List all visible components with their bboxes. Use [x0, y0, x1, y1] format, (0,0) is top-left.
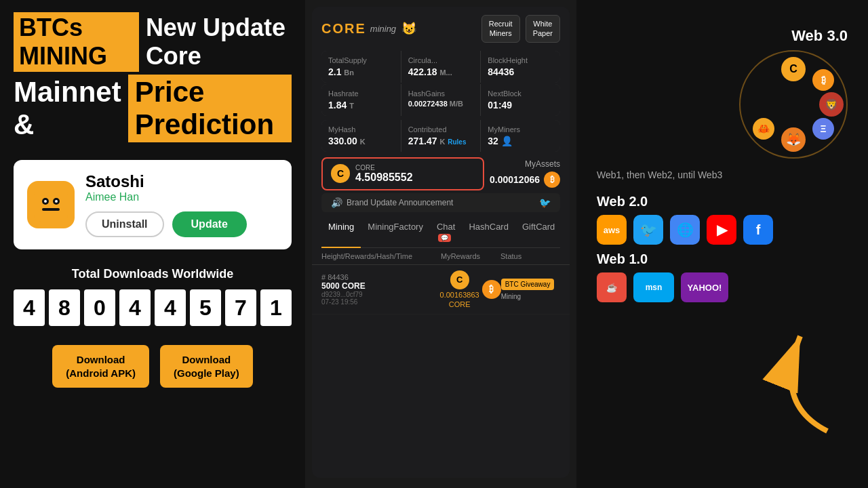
right-section: Web 3.0 C 🦁 ₿ Ξ 🦊 🦀 Web1, then Web2, unt… [576, 0, 868, 488]
update-button[interactable]: Update [172, 211, 247, 237]
aws-icon: aws [597, 215, 627, 245]
myminers-value: 32 👤 [488, 136, 553, 146]
uninstall-button[interactable]: Uninstall [85, 211, 164, 237]
youtube-icon: ▶ [707, 215, 736, 245]
mainnet-text: Mainnet & [14, 76, 121, 141]
core-balance-label: CORE [355, 164, 475, 171]
twitter-service-icon: 🐦 [633, 215, 663, 245]
hashgains-cell: HashGains 0.00272438 M/B [401, 84, 481, 116]
msn-icon: msn [633, 272, 674, 302]
tab-giftcard[interactable]: GiftCard [515, 216, 561, 247]
nextblock-cell: NextBlock 01:49 [481, 84, 560, 116]
transaction-row: # 84436 5000 CORE d9239...0cf79 07-23 19… [312, 265, 570, 314]
myminers-label: MyMiners [488, 125, 553, 134]
price-prediction-highlight: Price Prediction [128, 75, 292, 142]
chrome-icon: 🌐 [670, 215, 700, 245]
nextblock-value: 01:49 [488, 100, 553, 110]
svg-rect-0 [34, 188, 68, 222]
core-balance-value: 4.50985552 [355, 171, 475, 184]
contributed-cell: Contributed 271.47 K Rules [401, 120, 481, 152]
app-author: Aimee Han [85, 191, 278, 203]
btcs-mining-highlight: BTCs MINING [14, 12, 139, 72]
bitcoin-web3-icon: ₿ [812, 69, 834, 91]
myhash-label: MyHash [328, 125, 394, 134]
contributed-label: Contributed [408, 125, 474, 134]
header-buttons: RecruitMiners WhitePaper [481, 15, 560, 43]
tab-miningfactory[interactable]: MiningFactory [361, 216, 430, 247]
hashrate-value: 1.84 T [328, 100, 394, 110]
myhash-value: 330.00 K [328, 136, 394, 146]
digit-6: 7 [225, 289, 256, 326]
announcement-bar: 🔊 Brand Update Announcement 🐦 [321, 193, 560, 212]
announcement-text: Brand Update Announcement [347, 198, 539, 207]
my-stats-grid: MyHash 330.00 K Contributed 271.47 K Rul… [321, 120, 560, 152]
title-rest: New Update Core [146, 14, 292, 70]
tab-chat[interactable]: Chat 💬 [430, 216, 462, 247]
web3-title: Web 3.0 [597, 27, 848, 45]
tx-btc-icon: ₿ [482, 280, 501, 299]
twitter-icon: 🐦 [539, 197, 551, 208]
tx-left: # 84436 5000 CORE d9239...0cf79 07-23 19… [321, 273, 440, 306]
download-google-button[interactable]: Download(Google Play) [160, 345, 253, 388]
tx-icons: C 0.00163863 CORE ₿ [440, 270, 501, 308]
total-supply-label: TotalSupply [328, 56, 394, 64]
downloads-digits: 4 8 0 4 4 5 7 1 [14, 289, 292, 326]
btc-icon: ₿ [544, 171, 560, 188]
myhash-cell: MyHash 330.00 K [321, 120, 401, 152]
downloads-section: Total Downloads Worldwide 4 8 0 4 4 5 7 … [0, 260, 305, 333]
core-balance-info: CORE 4.50985552 [355, 164, 475, 184]
brave-icon: 🦁 [819, 92, 844, 117]
web1-icons: ☕ msn YAHOO! [597, 272, 848, 302]
hashrate-cell: Hashrate 1.84 T [321, 84, 401, 116]
tab-hashcard[interactable]: HashCard [462, 216, 515, 247]
tabs-bar: Mining MiningFactory Chat 💬 HashCard Gif… [321, 216, 560, 248]
hashgains-label: HashGains [408, 89, 474, 98]
sound-icon: 🔊 [331, 197, 342, 208]
tx-btc-giveaway[interactable]: BTC Giveaway [501, 279, 555, 290]
title-line1: BTCs MINING New Update Core [14, 12, 292, 72]
my-assets-label: MyAssets [525, 159, 560, 169]
web2-icons: aws 🐦 🌐 ▶ f [597, 215, 848, 245]
tx-core-reward: 5000 CORE [321, 281, 440, 291]
java-icon: ☕ [597, 272, 627, 302]
core-app-ui: CORE mining 😺 RecruitMiners WhitePaper T… [312, 7, 570, 478]
digit-4: 4 [155, 289, 186, 326]
app-icon [27, 181, 75, 228]
svg-point-4 [55, 200, 58, 203]
btc-value: 0.00012066 [490, 174, 540, 185]
download-android-button[interactable]: Download(Android APK) [52, 345, 149, 388]
middle-section: CORE mining 😺 RecruitMiners WhitePaper T… [305, 0, 576, 488]
web3-icons-container: C 🦁 ₿ Ξ 🦊 🦀 [597, 50, 848, 159]
app-header: CORE mining 😺 RecruitMiners WhitePaper [312, 7, 570, 51]
web3-circle: C 🦁 ₿ Ξ 🦊 🦀 [739, 50, 848, 159]
core-coin-icon: C [331, 164, 350, 183]
total-supply-cell: TotalSupply 2.1 Bn [321, 51, 401, 83]
svg-point-3 [44, 200, 47, 203]
circulating-value: 422.18 M... [408, 66, 474, 77]
nextblock-label: NextBlock [488, 89, 553, 98]
metamask-icon: 🦊 [781, 127, 806, 152]
tx-hash: d9239...0cf79 [321, 291, 440, 298]
core-crypto-icon: C [781, 57, 806, 81]
title-area: BTCs MINING New Update Core Mainnet & Pr… [0, 0, 305, 149]
tab-mining[interactable]: Mining [321, 216, 361, 247]
chat-badge: 💬 [438, 234, 451, 242]
total-supply-value: 2.1 Bn [328, 66, 394, 77]
app-info: Satoshi Aimee Han Uninstall Update [85, 172, 278, 237]
col-height-rewards: Height/Rewards/Hash/Time [321, 252, 441, 260]
white-paper-button[interactable]: WhitePaper [526, 15, 560, 43]
core-logo-text: CORE [321, 21, 366, 37]
tx-amount-core: 0.00163863 [440, 291, 479, 299]
tx-core-unit: CORE [449, 300, 471, 308]
hashrate-label: Hashrate [328, 89, 394, 98]
digit-2: 0 [84, 289, 115, 326]
recruit-miners-button[interactable]: RecruitMiners [481, 15, 520, 43]
core-logo-sub: mining [370, 24, 396, 34]
tx-core-icon: C [450, 270, 469, 289]
digit-3: 4 [119, 289, 151, 326]
blockheight-label: BlockHeight [488, 56, 553, 64]
btc-balance: 0.00012066 ₿ [490, 171, 560, 188]
crab-icon: 🦀 [753, 118, 774, 140]
digit-1: 8 [49, 289, 80, 326]
left-section: BTCs MINING New Update Core Mainnet & Pr… [0, 0, 305, 488]
